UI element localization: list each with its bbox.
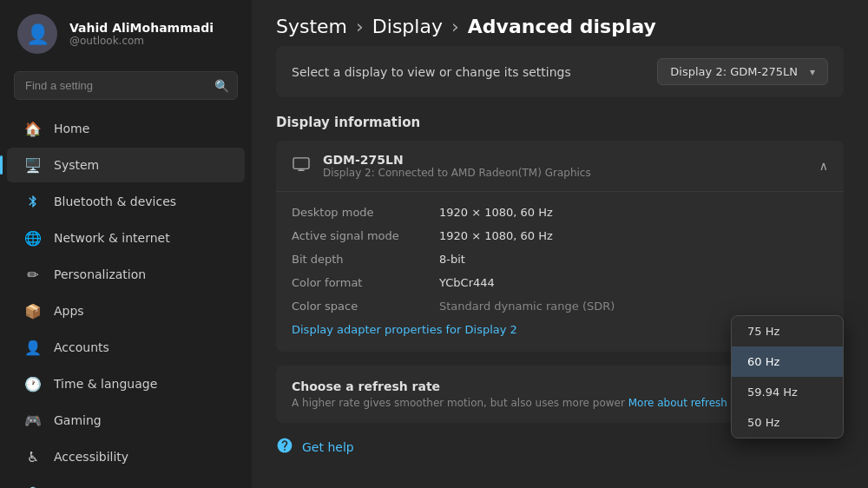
- info-value: 1920 × 1080, 60 Hz: [439, 229, 828, 242]
- refresh-desc-text: A higher rate gives smoother motion, but…: [292, 397, 625, 409]
- dropdown-item-60hz[interactable]: 60 Hz: [732, 346, 843, 377]
- sidebar-item-time[interactable]: 🕐 Time & language: [7, 366, 245, 401]
- breadcrumb-system: System: [276, 16, 347, 37]
- search-box[interactable]: 🔍: [14, 71, 238, 100]
- info-value: Standard dynamic range (SDR): [439, 300, 828, 313]
- search-icon: 🔍: [214, 79, 229, 93]
- user-profile: 👤 Vahid AliMohammadi @outlook.com: [0, 0, 252, 68]
- info-row-color-format: Color format YCbCr444: [292, 271, 828, 294]
- sidebar-item-label: Home: [54, 122, 89, 135]
- accessibility-icon: ♿: [24, 448, 42, 465]
- adapter-properties-link[interactable]: Display adapter properties for Display 2: [292, 323, 517, 336]
- home-icon: 🏠: [24, 120, 42, 137]
- content-area: Select a display to view or change its s…: [252, 46, 868, 488]
- sidebar-item-label: System: [54, 158, 99, 172]
- sidebar-item-label: Personalization: [54, 267, 146, 281]
- info-card-header: GDM-275LN Display 2: Connected to AMD Ra…: [276, 141, 844, 192]
- nav-list: 🏠 Home 🖥️ System Bluetooth & devices 🌐 N…: [0, 107, 252, 488]
- breadcrumb-sep2: ›: [451, 16, 459, 37]
- info-card-subtitle: Display 2: Connected to AMD Radeon(TM) G…: [323, 167, 591, 179]
- sidebar-item-label: Accessibility: [54, 450, 128, 464]
- dropdown-item-75hz[interactable]: 75 Hz: [732, 316, 843, 346]
- info-row-color-space: Color space Standard dynamic range (SDR): [292, 294, 828, 318]
- breadcrumb: System › Display › Advanced display: [252, 0, 868, 46]
- breadcrumb-display: Display: [372, 16, 443, 37]
- info-card-title: GDM-275LN: [323, 153, 591, 167]
- user-email: @outlook.com: [69, 35, 214, 47]
- display-selector-row: Select a display to view or change its s…: [276, 46, 844, 97]
- sidebar-item-accounts[interactable]: 👤 Accounts: [7, 330, 245, 365]
- info-row-desktop-mode: Desktop mode 1920 × 1080, 60 Hz: [292, 201, 828, 224]
- info-label: Active signal mode: [292, 229, 439, 242]
- gaming-icon: 🎮: [24, 412, 42, 429]
- get-help-label: Get help: [302, 440, 354, 454]
- info-value: YCbCr444: [439, 276, 828, 289]
- time-icon: 🕐: [24, 375, 42, 392]
- svg-rect-0: [293, 158, 309, 169]
- user-info: Vahid AliMohammadi @outlook.com: [69, 21, 214, 47]
- main-content: System › Display › Advanced display Sele…: [252, 0, 868, 488]
- section-title: Display information: [276, 115, 844, 130]
- sidebar-item-home[interactable]: 🏠 Home: [7, 111, 245, 146]
- info-label: Color format: [292, 276, 439, 289]
- search-input[interactable]: [14, 71, 238, 100]
- personalization-icon: ✏️: [24, 266, 42, 283]
- display-selector-label: Select a display to view or change its s…: [292, 65, 571, 79]
- info-label: Bit depth: [292, 253, 439, 266]
- network-icon: 🌐: [24, 229, 42, 247]
- sidebar-item-label: Apps: [54, 304, 84, 318]
- sidebar-item-accessibility[interactable]: ♿ Accessibility: [7, 439, 245, 474]
- info-label: Desktop mode: [292, 206, 439, 219]
- info-value: 8-bit: [439, 253, 828, 266]
- dropdown-item-5994hz[interactable]: 59.94 Hz: [732, 377, 843, 407]
- sidebar-item-apps[interactable]: 📦 Apps: [7, 293, 245, 328]
- bluetooth-icon: [24, 193, 42, 210]
- info-row-signal-mode: Active signal mode 1920 × 1080, 60 Hz: [292, 224, 828, 247]
- privacy-icon: 🔒: [24, 485, 42, 488]
- sidebar-item-gaming[interactable]: 🎮 Gaming: [7, 403, 245, 438]
- sidebar-item-label: Time & language: [54, 377, 157, 391]
- get-help-icon: [276, 437, 293, 458]
- apps-icon: 📦: [24, 302, 42, 320]
- info-row-bit-depth: Bit depth 8-bit: [292, 247, 828, 271]
- sidebar-item-label: Network & internet: [54, 231, 170, 245]
- info-card-titles: GDM-275LN Display 2: Connected to AMD Ra…: [323, 153, 591, 179]
- chevron-up-icon[interactable]: ∧: [819, 159, 828, 173]
- display-dropdown-value: Display 2: GDM-275LN: [670, 65, 798, 78]
- dropdown-item-50hz[interactable]: 50 Hz: [732, 407, 843, 438]
- get-help[interactable]: Get help: [276, 437, 844, 458]
- accounts-icon: 👤: [24, 339, 42, 356]
- display-dropdown[interactable]: Display 2: GDM-275LN ▾: [657, 58, 828, 85]
- info-label: Color space: [292, 300, 439, 313]
- sidebar-item-label: Gaming: [54, 413, 102, 427]
- monitor-icon: [292, 155, 311, 176]
- sidebar-item-privacy[interactable]: 🔒 Privacy & security: [7, 476, 245, 488]
- sidebar-item-system[interactable]: 🖥️ System: [7, 148, 245, 182]
- breadcrumb-sep1: ›: [356, 16, 364, 37]
- sidebar-item-personalization[interactable]: ✏️ Personalization: [7, 257, 245, 292]
- system-icon: 🖥️: [24, 156, 42, 174]
- sidebar-item-bluetooth[interactable]: Bluetooth & devices: [7, 184, 245, 219]
- avatar-icon: 👤: [26, 23, 49, 45]
- info-card-header-left: GDM-275LN Display 2: Connected to AMD Ra…: [292, 153, 591, 179]
- chevron-down-icon: ▾: [810, 66, 815, 78]
- sidebar-item-label: Accounts: [54, 340, 109, 354]
- avatar: 👤: [17, 14, 57, 54]
- info-value: 1920 × 1080, 60 Hz: [439, 206, 828, 219]
- breadcrumb-advanced: Advanced display: [468, 16, 656, 37]
- sidebar-item-label: Bluetooth & devices: [54, 195, 176, 208]
- sidebar: 👤 Vahid AliMohammadi @outlook.com 🔍 🏠 Ho…: [0, 0, 252, 488]
- refresh-rate-dropdown: 75 Hz 60 Hz 59.94 Hz 50 Hz: [731, 315, 844, 439]
- user-name: Vahid AliMohammadi: [69, 21, 214, 35]
- sidebar-item-network[interactable]: 🌐 Network & internet: [7, 221, 245, 255]
